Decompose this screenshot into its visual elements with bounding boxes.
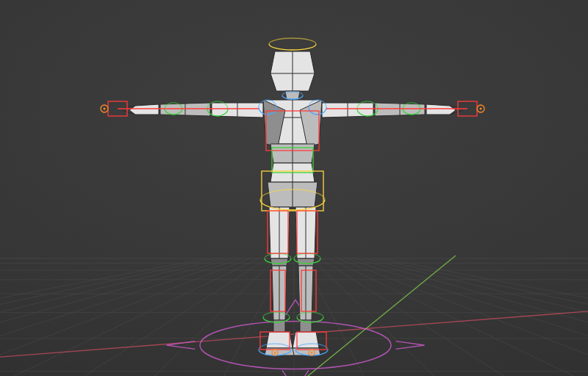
svg-rect-88 [297, 211, 318, 253]
svg-marker-69 [269, 207, 290, 258]
svg-point-97 [274, 352, 276, 354]
svg-marker-58 [129, 104, 159, 115]
svg-marker-67 [293, 332, 319, 348]
svg-rect-89 [268, 211, 288, 253]
svg-rect-93 [260, 332, 290, 350]
svg-rect-77 [266, 111, 319, 151]
svg-line-12 [312, 258, 470, 376]
svg-point-83 [480, 108, 482, 110]
svg-point-96 [272, 350, 278, 355]
svg-marker-37 [263, 100, 322, 144]
svg-rect-91 [270, 270, 285, 311]
svg-marker-47 [322, 103, 373, 118]
svg-marker-76 [265, 348, 294, 355]
svg-rect-90 [301, 270, 316, 311]
svg-marker-33 [270, 51, 315, 91]
svg-marker-74 [273, 320, 285, 332]
svg-line-7 [29, 258, 268, 376]
svg-marker-43 [270, 163, 315, 182]
svg-line-60 [122, 110, 135, 115]
floor-grid [0, 0, 588, 376]
svg-point-32 [200, 322, 391, 369]
svg-line-4 [0, 258, 241, 376]
svg-marker-66 [300, 320, 312, 332]
svg-marker-40 [263, 100, 285, 147]
svg-line-11 [303, 258, 382, 376]
svg-marker-72 [272, 266, 287, 320]
svg-marker-61 [295, 207, 316, 258]
svg-line-52 [450, 106, 463, 109]
svg-line-15 [338, 258, 588, 376]
svg-marker-75 [266, 332, 293, 348]
svg-marker-54 [212, 103, 263, 118]
svg-point-94 [309, 350, 315, 355]
svg-marker-51 [426, 104, 456, 115]
svg-line-5 [0, 258, 250, 376]
svg-line-8 [118, 258, 276, 376]
svg-point-85 [104, 108, 106, 110]
svg-line-14 [329, 258, 588, 376]
svg-line-16 [347, 258, 588, 376]
svg-line-20 [382, 258, 588, 376]
svg-line-9 [206, 258, 285, 376]
svg-rect-78 [272, 148, 313, 173]
svg-point-95 [311, 352, 313, 354]
svg-line-1 [0, 258, 215, 376]
svg-line-59 [122, 106, 135, 109]
svg-rect-81 [108, 101, 127, 116]
rig-controls[interactable] [0, 0, 588, 376]
character-mesh[interactable] [0, 0, 588, 376]
svg-marker-42 [270, 144, 315, 163]
svg-marker-45 [268, 182, 318, 207]
svg-line-13 [320, 258, 559, 376]
svg-rect-79 [262, 171, 323, 211]
svg-marker-64 [298, 266, 313, 320]
svg-line-6 [0, 258, 259, 376]
svg-marker-63 [297, 258, 315, 266]
svg-marker-68 [291, 348, 320, 355]
svg-line-0 [0, 258, 206, 376]
svg-line-19 [373, 258, 588, 376]
svg-line-31 [265, 256, 456, 376]
viewport-3d[interactable] [0, 0, 588, 376]
svg-line-18 [365, 258, 588, 376]
svg-marker-49 [375, 103, 425, 116]
svg-rect-92 [297, 332, 326, 350]
svg-line-53 [450, 110, 463, 115]
svg-line-30 [0, 308, 588, 360]
svg-marker-71 [270, 258, 288, 266]
root-control[interactable] [0, 0, 588, 376]
svg-line-2 [0, 258, 223, 376]
svg-line-3 [0, 258, 232, 376]
svg-marker-41 [300, 100, 322, 147]
svg-point-82 [477, 105, 484, 112]
svg-line-17 [356, 258, 588, 376]
svg-marker-36 [285, 91, 300, 100]
svg-marker-56 [160, 103, 210, 116]
svg-rect-80 [458, 101, 477, 116]
svg-point-84 [101, 105, 108, 112]
